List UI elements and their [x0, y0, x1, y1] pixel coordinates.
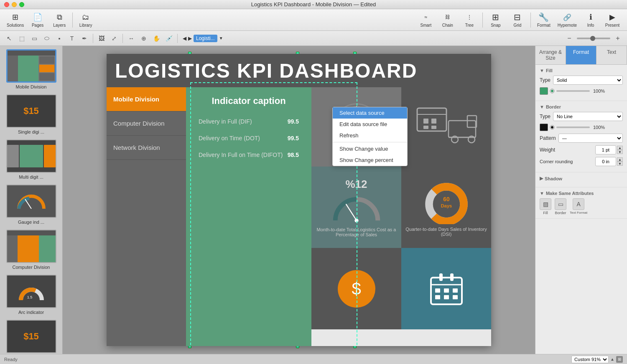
zoom-slider-thumb[interactable] — [590, 36, 595, 41]
info-button[interactable]: ℹ Info — [580, 11, 601, 29]
rectangle-tool[interactable]: ▭ — [28, 33, 40, 44]
thumb-computer-division[interactable]: Computer Division — [3, 230, 59, 270]
layers-icon: ⧉ — [54, 12, 64, 22]
pages-button[interactable]: 📄 Pages — [27, 11, 48, 29]
border-label: Border — [546, 104, 561, 109]
close-button[interactable] — [4, 2, 9, 7]
kpi-value-2: 99.5 — [288, 135, 299, 142]
toolbar-2: ↖ ⬚ ▭ ⬭ ▪ T ✒ 🖼 ⤢ ↔ ⊕ ✋ 💉 ◀ ▶ Logisti...… — [0, 31, 627, 46]
border-pattern-select[interactable]: — — [558, 134, 623, 143]
shadow-section-title[interactable]: ▶ Shadow — [540, 176, 623, 181]
traffic-lights[interactable] — [4, 2, 24, 7]
oval-tool[interactable]: ⬭ — [41, 33, 53, 44]
nav-computer-division[interactable]: Computer Division — [107, 111, 186, 136]
crop-tool[interactable]: ⤢ — [108, 33, 120, 44]
make-same-title[interactable]: ▼ Make Same Attributes — [540, 191, 623, 196]
tree-button[interactable]: ⋮ Tree — [459, 11, 480, 29]
thumb-comp-main — [18, 235, 39, 262]
thumb-computer-label: Computer Division — [13, 265, 50, 270]
selection-tool[interactable]: ⬚ — [16, 33, 28, 44]
ctx-select-datasource[interactable]: Select data source — [333, 107, 407, 119]
corner-up[interactable]: ▲ — [617, 157, 623, 162]
make-same-text-icon: A — [573, 198, 584, 210]
border-weight-down[interactable]: ▼ — [617, 150, 623, 154]
thumb-arc[interactable]: 1.5 Arc indicator — [3, 275, 59, 315]
fill-opacity-slider[interactable] — [556, 90, 590, 92]
fill-section-title[interactable]: ▼ Fill — [540, 68, 623, 73]
border-color-picker[interactable] — [550, 125, 555, 130]
format-button[interactable]: 🔧 Format — [533, 11, 554, 29]
ctx-show-change-percent[interactable]: Show Change percent — [333, 154, 407, 166]
make-same-fill[interactable]: ▨ Fill — [540, 198, 551, 215]
breadcrumb-item[interactable]: Logisti... — [194, 35, 217, 42]
thumb-main — [18, 56, 38, 81]
smart-button[interactable]: ≈ Smart — [415, 11, 436, 29]
border-type-select[interactable]: No Line — [553, 112, 623, 121]
make-same-text-format[interactable]: A Text Format — [570, 198, 587, 215]
zoom-select[interactable]: Custom 91% 50% 75% 100% 125% 150% — [571, 356, 609, 363]
border-weight-up[interactable]: ▲ — [617, 146, 623, 150]
pen-tool[interactable]: ✒ — [79, 33, 90, 44]
link-tool[interactable]: ↔ — [125, 33, 137, 44]
maximize-button[interactable] — [19, 2, 24, 7]
snap-button[interactable]: ⊞ Snap — [485, 11, 506, 29]
image-tool[interactable]: 🖼 — [96, 33, 107, 44]
corner-down[interactable]: ▼ — [617, 162, 623, 166]
hand-tool[interactable]: ✋ — [150, 33, 162, 44]
tab-format[interactable]: Format — [566, 46, 596, 64]
ctx-edit-datasource[interactable]: Edit data source file — [333, 119, 407, 130]
tab-text[interactable]: Text — [596, 46, 627, 64]
thumb-side — [8, 56, 18, 81]
nav-network-division[interactable]: Network Division — [107, 136, 186, 160]
border-section-title[interactable]: ▼ Border — [540, 104, 623, 109]
fill-color-picker[interactable] — [550, 88, 555, 94]
zoom-arrow[interactable]: ▲ — [610, 357, 614, 361]
connect-tool[interactable]: ⊕ — [138, 33, 150, 44]
thumb-single-digit[interactable]: $15 Single digi ... — [3, 94, 59, 134]
present-button[interactable]: ▶ Present — [602, 11, 623, 29]
minimize-button[interactable] — [12, 2, 17, 7]
thumb-mobile-division[interactable]: Mobile Division — [3, 49, 59, 89]
breadcrumb-forward[interactable]: ▶ — [188, 35, 192, 41]
fill-color-row: 100% — [540, 87, 623, 95]
border-color-swatch[interactable] — [540, 124, 548, 131]
border-pattern-row: Pattern — — [540, 134, 623, 143]
border-pattern-label: Pattern — [540, 135, 556, 141]
border-opacity-slider[interactable] — [556, 126, 590, 128]
layers-button[interactable]: ⧉ Layers — [49, 11, 70, 29]
kpi-row-3: Delivery In Full on Time (DIFOT) 98.5 — [199, 150, 299, 160]
gauge-label: Month-to-date Total Logistics Cost as a … — [311, 227, 401, 237]
tab-arrange-size[interactable]: Arrange & Size — [535, 46, 566, 64]
make-same-border[interactable]: ▭ Border — [555, 198, 566, 215]
thumb-level[interactable]: $15 Level indicator — [3, 320, 59, 354]
rect-fill-tool[interactable]: ▪ — [54, 33, 65, 44]
border-weight-input[interactable] — [595, 145, 616, 154]
dollar-icon: $ — [338, 270, 375, 308]
text-tool[interactable]: T — [66, 33, 78, 44]
zoom-fit-button[interactable]: ⊞ — [616, 356, 623, 363]
thumb-dash-mobile — [8, 51, 55, 81]
arrow-tool[interactable]: ↖ — [3, 33, 15, 44]
zoom-out-button[interactable]: − — [563, 33, 575, 44]
eyedropper-tool[interactable]: 💉 — [163, 33, 175, 44]
grid-button[interactable]: ⊟ Grid — [507, 11, 528, 29]
snap-icon: ⊞ — [491, 12, 501, 22]
corner-rounding-input[interactable] — [595, 157, 616, 166]
zoom-slider[interactable] — [577, 38, 610, 39]
thumb-single-img: $15 — [6, 94, 56, 128]
ctx-refresh[interactable]: Refresh — [333, 130, 407, 141]
thumb-gauge[interactable]: Gauge ind ... — [3, 185, 59, 225]
fill-type-select[interactable]: Solid — [553, 76, 623, 85]
ctx-show-change-value[interactable]: Show Change value — [333, 143, 407, 154]
breadcrumb-back[interactable]: ◀ — [183, 35, 186, 41]
thumb-multi-digit[interactable]: Multi digit ... — [3, 139, 59, 179]
breadcrumb-dropdown[interactable]: ▼ — [219, 36, 223, 40]
hypernote-button[interactable]: 🔗 Hypernote — [555, 11, 579, 29]
title-bar: Logistics KPI Dashboard - Mobile Divisio… — [0, 0, 627, 9]
zoom-in-button[interactable]: + — [612, 33, 624, 44]
solutions-button[interactable]: ⊞ Solutions — [4, 11, 26, 29]
library-button[interactable]: 🗂 Library — [75, 11, 96, 29]
nav-mobile-division[interactable]: Mobile Division — [107, 87, 186, 111]
chain-button[interactable]: ⛓ Chain — [437, 11, 458, 29]
fill-color-swatch[interactable] — [540, 87, 548, 95]
